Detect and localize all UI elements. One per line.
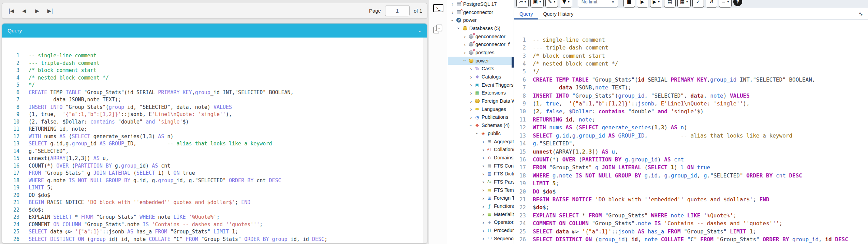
tree-item-foreign-tables[interactable]: ›⊞Foreign Tables bbox=[448, 194, 514, 202]
expand-chevron-icon[interactable]: › bbox=[462, 33, 467, 39]
first-page-button[interactable]: |◀ bbox=[7, 6, 16, 15]
collapse-chevron-icon[interactable]: ⌄ bbox=[418, 28, 422, 33]
expand-chevron-icon[interactable]: › bbox=[481, 219, 486, 225]
code-text[interactable]: COUNT(*) OVER (PARTITION BY g.group_id) … bbox=[529, 156, 684, 163]
code-text[interactable]: DO $do$ bbox=[529, 188, 556, 196]
tree-item-fts-templates[interactable]: ›▤FTS Templates bbox=[448, 186, 514, 194]
code-text[interactable]: (2, false, $Dollar: contains "double" an… bbox=[23, 118, 189, 126]
code-text[interactable]: WITH nums AS (SELECT generate_series(1,3… bbox=[23, 133, 173, 141]
execute-button[interactable]: ▶ bbox=[637, 0, 648, 8]
code-text[interactable]: CREATE TEMP TABLE "Group_Stats"(id SERIA… bbox=[23, 89, 294, 97]
code-text[interactable]: SELECT g.id,g.group_id AS GROUP_ID, -- a… bbox=[23, 140, 272, 148]
row-limit-select[interactable]: No limit▾ bbox=[578, 0, 618, 8]
expand-chevron-icon[interactable]: › bbox=[481, 155, 486, 160]
code-text[interactable]: EXPLAIN SELECT * FROM "Group_Stats" WHER… bbox=[529, 212, 736, 219]
code-text[interactable]: BEGIN RAISE NOTICE 'DO block with ''embe… bbox=[23, 199, 250, 206]
tree-item-event-triggers[interactable]: ›▣Event Triggers bbox=[448, 81, 514, 89]
expand-chevron-icon[interactable]: › bbox=[469, 90, 473, 96]
code-text[interactable]: SELECT 1 INTERSECT SELECT 1 EXCEPT SELEC… bbox=[23, 243, 164, 244]
explain-button[interactable]: ▤ bbox=[664, 0, 676, 8]
tree-item-genconnector-f[interactable]: ›✕genconnector_f bbox=[448, 40, 514, 48]
code-text[interactable]: DO $do$ bbox=[23, 192, 50, 199]
tree-scrollbar-thumb[interactable] bbox=[512, 57, 514, 68]
filter-button[interactable]: ▼▾ bbox=[560, 0, 572, 8]
expand-chevron-icon[interactable]: › bbox=[462, 49, 467, 55]
tree-item-power[interactable]: ›Ppower bbox=[448, 16, 514, 24]
tree-item-fts-parsers[interactable]: ›AaFTS Parsers bbox=[448, 178, 514, 186]
expand-chevron-icon[interactable]: › bbox=[481, 147, 486, 153]
sql-query-editor[interactable]: 1-- single-line comment2--- triple-dash … bbox=[514, 20, 868, 244]
tree-item-languages[interactable]: ›⬬Languages bbox=[448, 105, 514, 113]
code-text[interactable]: WHERE g.note IS NOT NULL GROUP BY g.id, … bbox=[529, 172, 802, 180]
code-text[interactable]: data JSONB,note TEXT); bbox=[529, 84, 631, 91]
code-text[interactable]: RETURNING id, note; bbox=[23, 126, 87, 133]
next-page-button[interactable]: ▶ bbox=[33, 6, 42, 15]
sql-preview-editor[interactable]: 1-- single-line comment2--- triple-dash … bbox=[2, 38, 427, 244]
collapse-chevron-icon[interactable]: › bbox=[462, 58, 468, 63]
tree-item-postgres[interactable]: ›✕postgres bbox=[448, 48, 514, 57]
code-text[interactable]: BEGIN RAISE NOTICE 'DO block with ''embe… bbox=[529, 196, 769, 203]
code-text[interactable]: SELECT data @> '{"a":1}'::jsonb AS has_a… bbox=[23, 228, 238, 236]
rollback-button[interactable]: ↺ bbox=[706, 0, 717, 8]
code-text[interactable]: FROM "Group_Stats" g JOIN LATERAL (SELEC… bbox=[23, 170, 195, 177]
explain-analyze-button[interactable]: ▦▾ bbox=[677, 0, 691, 8]
code-text[interactable]: (1, true, '{"a":1,"b":[1,2]}'::jsonb, E'… bbox=[529, 100, 750, 107]
left-editor-scrollbar[interactable] bbox=[423, 38, 427, 244]
code-text[interactable]: /* nested block comment */ bbox=[529, 60, 618, 68]
tree-item-casts[interactable]: ›%Casts bbox=[448, 65, 514, 73]
tree-item-publications[interactable]: ›◔Publications bbox=[448, 113, 514, 121]
expand-chevron-icon[interactable]: › bbox=[462, 42, 467, 47]
expand-chevron-icon[interactable]: › bbox=[469, 98, 473, 104]
code-text[interactable]: $do$; bbox=[23, 206, 44, 214]
tree-item-foreign-data-wrappers[interactable]: ›Foreign Data Wrappers bbox=[448, 97, 514, 105]
tree-item-sequences[interactable]: ›1.3Sequences bbox=[448, 234, 514, 243]
code-text[interactable]: /* nested block comment */ bbox=[23, 74, 109, 82]
expand-chevron-icon[interactable]: › bbox=[469, 74, 473, 80]
tree-item-postgresql-17[interactable]: ›✕PostgreSQL 17 bbox=[448, 0, 514, 8]
code-text[interactable]: CREATE TEMP TABLE "Group_Stats"(id SERIA… bbox=[529, 76, 815, 84]
code-text[interactable]: FROM "Group_Stats" g JOIN LATERAL (SELEC… bbox=[529, 163, 710, 171]
expand-chevron-icon[interactable]: › bbox=[481, 187, 486, 193]
tree-item-fts-configurations[interactable]: ›▤FTS Configurations bbox=[448, 162, 514, 170]
page-number-input[interactable] bbox=[385, 5, 410, 16]
code-text[interactable]: unnest(ARRAY[1,2,3]) AS u, bbox=[529, 148, 618, 156]
expand-chevron-icon[interactable]: › bbox=[481, 179, 486, 185]
commit-button[interactable]: ✓ bbox=[692, 0, 704, 8]
expand-chevron-icon[interactable]: › bbox=[469, 106, 473, 112]
code-text[interactable]: LIMIT 5; bbox=[23, 184, 53, 192]
code-text[interactable]: /* block comment start bbox=[529, 52, 605, 60]
tree-item-schemas-4[interactable]: ›❖Schemas (4) bbox=[448, 121, 514, 129]
tree-item-materialized-views[interactable]: ›▦Materialized Views bbox=[448, 210, 514, 218]
code-text[interactable]: SELECT g.id,g.group_id AS GROUP_ID, -- a… bbox=[529, 132, 792, 140]
collapse-chevron-icon[interactable]: › bbox=[468, 123, 474, 128]
edit-button[interactable]: ✎▾ bbox=[545, 0, 558, 8]
tree-item-aggregates[interactable]: ›⊞Aggregates bbox=[448, 138, 514, 146]
tab-query[interactable]: Query bbox=[514, 8, 538, 19]
code-text[interactable]: WITH nums AS (SELECT generate_series(1,3… bbox=[529, 124, 687, 131]
expand-chevron-icon[interactable]: › bbox=[481, 195, 486, 201]
collapse-chevron-icon[interactable]: › bbox=[474, 131, 480, 136]
tree-item-functions[interactable]: ›ƒFunctions bbox=[448, 202, 514, 210]
tree-item-extensions[interactable]: ›▦Extensions bbox=[448, 89, 514, 97]
code-text[interactable]: unnest(ARRAY[1,2,3]) AS u, bbox=[23, 155, 109, 162]
tree-item-power[interactable]: ›power bbox=[448, 57, 514, 65]
tree-item-operators[interactable]: ›+Operators bbox=[448, 218, 514, 227]
expand-chevron-icon[interactable]: › bbox=[481, 171, 486, 177]
code-text[interactable]: EXPLAIN SELECT * FROM "Group_Stats" WHER… bbox=[23, 214, 220, 221]
tree-item-collations[interactable]: ›A↓Collations bbox=[448, 145, 514, 154]
code-text[interactable]: data JSONB,note TEXT); bbox=[23, 96, 121, 104]
code-text[interactable]: SELECT DISTINCT ON (group_id) id, note C… bbox=[23, 236, 327, 243]
expand-panel-icon[interactable]: ↔ bbox=[857, 10, 865, 18]
tree-item-genconnector[interactable]: ›✕genconnector bbox=[448, 32, 514, 41]
code-text[interactable]: INSERT INTO "Group_Stats"(group_id, "SEL… bbox=[529, 92, 750, 100]
code-text[interactable]: --- triple-dash comment bbox=[23, 60, 100, 67]
collapse-chevron-icon[interactable]: › bbox=[456, 26, 462, 31]
stop-button[interactable]: ■ bbox=[623, 0, 635, 8]
code-text[interactable]: WHERE g.note IS NOT NULL GROUP BY g.id, … bbox=[23, 177, 281, 185]
tree-item-public[interactable]: ›◈public bbox=[448, 129, 514, 138]
code-text[interactable]: $do$; bbox=[529, 203, 549, 211]
tree-item-fts-dictionaries[interactable]: ›▥FTS Dictionaries bbox=[448, 170, 514, 178]
expand-chevron-icon[interactable]: › bbox=[481, 163, 486, 169]
expand-chevron-icon[interactable]: › bbox=[481, 139, 486, 144]
save-file-button[interactable]: ▣▾ bbox=[530, 0, 544, 8]
